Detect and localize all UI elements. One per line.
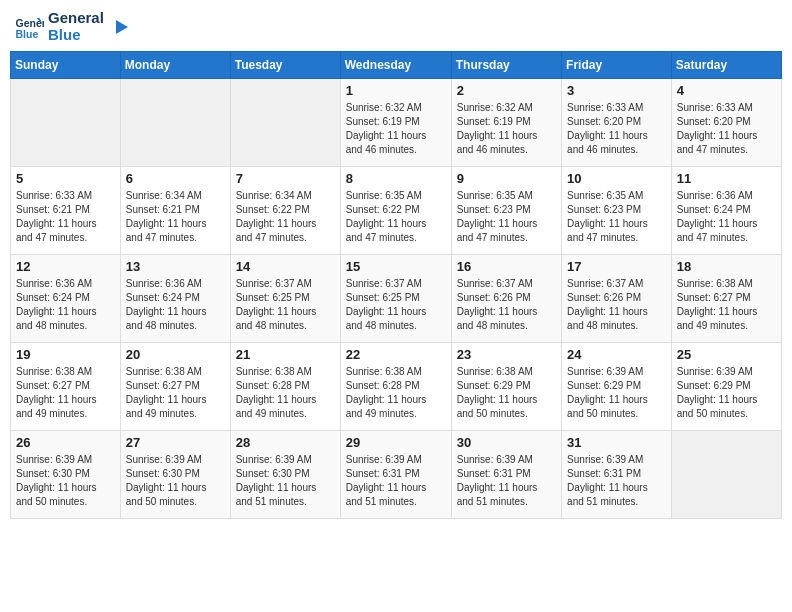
calendar-cell: 8Sunrise: 6:35 AMSunset: 6:22 PMDaylight… <box>340 167 451 255</box>
calendar-cell: 30Sunrise: 6:39 AMSunset: 6:31 PMDayligh… <box>451 431 561 519</box>
logo-general: General <box>48 10 104 27</box>
day-info: Sunrise: 6:37 AMSunset: 6:25 PMDaylight:… <box>346 277 446 333</box>
calendar-week-row: 5Sunrise: 6:33 AMSunset: 6:21 PMDaylight… <box>11 167 782 255</box>
calendar-cell <box>230 79 340 167</box>
day-info: Sunrise: 6:37 AMSunset: 6:26 PMDaylight:… <box>567 277 666 333</box>
day-info: Sunrise: 6:39 AMSunset: 6:31 PMDaylight:… <box>457 453 556 509</box>
calendar-cell: 15Sunrise: 6:37 AMSunset: 6:25 PMDayligh… <box>340 255 451 343</box>
day-number: 22 <box>346 347 446 362</box>
day-info: Sunrise: 6:35 AMSunset: 6:22 PMDaylight:… <box>346 189 446 245</box>
day-number: 31 <box>567 435 666 450</box>
day-info: Sunrise: 6:37 AMSunset: 6:26 PMDaylight:… <box>457 277 556 333</box>
day-info: Sunrise: 6:39 AMSunset: 6:30 PMDaylight:… <box>16 453 115 509</box>
day-number: 24 <box>567 347 666 362</box>
weekday-header-saturday: Saturday <box>671 52 781 79</box>
day-info: Sunrise: 6:34 AMSunset: 6:21 PMDaylight:… <box>126 189 225 245</box>
day-number: 12 <box>16 259 115 274</box>
calendar-cell: 14Sunrise: 6:37 AMSunset: 6:25 PMDayligh… <box>230 255 340 343</box>
svg-text:Blue: Blue <box>16 27 39 39</box>
day-number: 10 <box>567 171 666 186</box>
day-info: Sunrise: 6:39 AMSunset: 6:30 PMDaylight:… <box>126 453 225 509</box>
day-info: Sunrise: 6:38 AMSunset: 6:28 PMDaylight:… <box>346 365 446 421</box>
calendar-cell: 28Sunrise: 6:39 AMSunset: 6:30 PMDayligh… <box>230 431 340 519</box>
day-number: 9 <box>457 171 556 186</box>
weekday-header-tuesday: Tuesday <box>230 52 340 79</box>
logo: General Blue General Blue <box>14 10 130 43</box>
calendar-week-row: 26Sunrise: 6:39 AMSunset: 6:30 PMDayligh… <box>11 431 782 519</box>
calendar-week-row: 12Sunrise: 6:36 AMSunset: 6:24 PMDayligh… <box>11 255 782 343</box>
day-number: 20 <box>126 347 225 362</box>
day-info: Sunrise: 6:32 AMSunset: 6:19 PMDaylight:… <box>457 101 556 157</box>
day-info: Sunrise: 6:35 AMSunset: 6:23 PMDaylight:… <box>457 189 556 245</box>
calendar-cell: 27Sunrise: 6:39 AMSunset: 6:30 PMDayligh… <box>120 431 230 519</box>
weekday-header-row: SundayMondayTuesdayWednesdayThursdayFrid… <box>11 52 782 79</box>
calendar-cell <box>671 431 781 519</box>
calendar-cell: 6Sunrise: 6:34 AMSunset: 6:21 PMDaylight… <box>120 167 230 255</box>
day-number: 27 <box>126 435 225 450</box>
calendar-cell: 16Sunrise: 6:37 AMSunset: 6:26 PMDayligh… <box>451 255 561 343</box>
day-number: 21 <box>236 347 335 362</box>
day-info: Sunrise: 6:37 AMSunset: 6:25 PMDaylight:… <box>236 277 335 333</box>
weekday-header-wednesday: Wednesday <box>340 52 451 79</box>
day-number: 13 <box>126 259 225 274</box>
day-number: 25 <box>677 347 776 362</box>
svg-marker-3 <box>116 20 128 34</box>
weekday-header-thursday: Thursday <box>451 52 561 79</box>
day-number: 28 <box>236 435 335 450</box>
calendar-cell: 25Sunrise: 6:39 AMSunset: 6:29 PMDayligh… <box>671 343 781 431</box>
weekday-header-friday: Friday <box>562 52 672 79</box>
day-number: 26 <box>16 435 115 450</box>
day-number: 4 <box>677 83 776 98</box>
day-info: Sunrise: 6:39 AMSunset: 6:29 PMDaylight:… <box>567 365 666 421</box>
calendar-cell: 18Sunrise: 6:38 AMSunset: 6:27 PMDayligh… <box>671 255 781 343</box>
weekday-header-sunday: Sunday <box>11 52 121 79</box>
day-number: 2 <box>457 83 556 98</box>
calendar-cell: 17Sunrise: 6:37 AMSunset: 6:26 PMDayligh… <box>562 255 672 343</box>
calendar-cell: 21Sunrise: 6:38 AMSunset: 6:28 PMDayligh… <box>230 343 340 431</box>
day-number: 7 <box>236 171 335 186</box>
day-info: Sunrise: 6:36 AMSunset: 6:24 PMDaylight:… <box>16 277 115 333</box>
day-info: Sunrise: 6:33 AMSunset: 6:21 PMDaylight:… <box>16 189 115 245</box>
calendar-cell: 11Sunrise: 6:36 AMSunset: 6:24 PMDayligh… <box>671 167 781 255</box>
calendar-cell: 9Sunrise: 6:35 AMSunset: 6:23 PMDaylight… <box>451 167 561 255</box>
day-info: Sunrise: 6:38 AMSunset: 6:27 PMDaylight:… <box>16 365 115 421</box>
day-number: 5 <box>16 171 115 186</box>
day-number: 23 <box>457 347 556 362</box>
calendar-cell: 1Sunrise: 6:32 AMSunset: 6:19 PMDaylight… <box>340 79 451 167</box>
day-number: 29 <box>346 435 446 450</box>
calendar-cell: 3Sunrise: 6:33 AMSunset: 6:20 PMDaylight… <box>562 79 672 167</box>
day-number: 17 <box>567 259 666 274</box>
day-number: 3 <box>567 83 666 98</box>
day-info: Sunrise: 6:39 AMSunset: 6:29 PMDaylight:… <box>677 365 776 421</box>
logo-blue: Blue <box>48 27 104 44</box>
day-number: 18 <box>677 259 776 274</box>
calendar-cell: 24Sunrise: 6:39 AMSunset: 6:29 PMDayligh… <box>562 343 672 431</box>
day-number: 15 <box>346 259 446 274</box>
day-number: 19 <box>16 347 115 362</box>
day-info: Sunrise: 6:38 AMSunset: 6:29 PMDaylight:… <box>457 365 556 421</box>
day-number: 30 <box>457 435 556 450</box>
calendar-table: SundayMondayTuesdayWednesdayThursdayFrid… <box>10 51 782 519</box>
day-number: 8 <box>346 171 446 186</box>
calendar-cell: 4Sunrise: 6:33 AMSunset: 6:20 PMDaylight… <box>671 79 781 167</box>
day-info: Sunrise: 6:38 AMSunset: 6:28 PMDaylight:… <box>236 365 335 421</box>
day-info: Sunrise: 6:33 AMSunset: 6:20 PMDaylight:… <box>677 101 776 157</box>
day-info: Sunrise: 6:36 AMSunset: 6:24 PMDaylight:… <box>677 189 776 245</box>
calendar-cell: 19Sunrise: 6:38 AMSunset: 6:27 PMDayligh… <box>11 343 121 431</box>
day-info: Sunrise: 6:39 AMSunset: 6:31 PMDaylight:… <box>346 453 446 509</box>
day-info: Sunrise: 6:35 AMSunset: 6:23 PMDaylight:… <box>567 189 666 245</box>
day-number: 16 <box>457 259 556 274</box>
calendar-cell: 7Sunrise: 6:34 AMSunset: 6:22 PMDaylight… <box>230 167 340 255</box>
calendar-cell: 26Sunrise: 6:39 AMSunset: 6:30 PMDayligh… <box>11 431 121 519</box>
day-info: Sunrise: 6:39 AMSunset: 6:31 PMDaylight:… <box>567 453 666 509</box>
calendar-cell: 13Sunrise: 6:36 AMSunset: 6:24 PMDayligh… <box>120 255 230 343</box>
day-info: Sunrise: 6:38 AMSunset: 6:27 PMDaylight:… <box>677 277 776 333</box>
weekday-header-monday: Monday <box>120 52 230 79</box>
calendar-week-row: 1Sunrise: 6:32 AMSunset: 6:19 PMDaylight… <box>11 79 782 167</box>
calendar-cell: 10Sunrise: 6:35 AMSunset: 6:23 PMDayligh… <box>562 167 672 255</box>
calendar-cell: 23Sunrise: 6:38 AMSunset: 6:29 PMDayligh… <box>451 343 561 431</box>
logo-arrow-icon <box>108 16 130 38</box>
day-info: Sunrise: 6:32 AMSunset: 6:19 PMDaylight:… <box>346 101 446 157</box>
calendar-cell: 31Sunrise: 6:39 AMSunset: 6:31 PMDayligh… <box>562 431 672 519</box>
calendar-cell: 22Sunrise: 6:38 AMSunset: 6:28 PMDayligh… <box>340 343 451 431</box>
